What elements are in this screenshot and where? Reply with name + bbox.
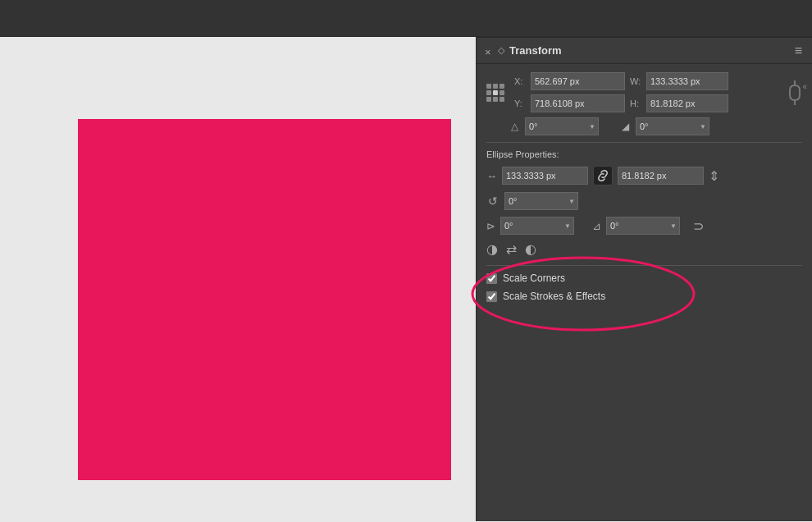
flip-horizontal-icon[interactable]: ◑ — [486, 241, 498, 257]
panel-content: X: W: Y: H: — [477, 64, 812, 322]
ellipse-width-input[interactable] — [502, 167, 588, 185]
anchor-dot-br[interactable] — [500, 97, 504, 102]
position-row: X: W: Y: H: — [486, 72, 802, 112]
x-input[interactable] — [531, 72, 625, 90]
ellipse-rotation-row: ↺ 0° ▼ — [486, 192, 802, 210]
divider-1 — [486, 142, 802, 143]
shear2-icon: ⊿ — [592, 220, 601, 232]
y-label: Y: — [514, 98, 526, 108]
angle1-select-wrapper: 0° ▼ — [525, 117, 599, 135]
titlebar-left: × ◇ Transform — [485, 44, 562, 57]
anchor-dot-bl[interactable] — [486, 97, 491, 102]
shear-row: ⊳ 0° ▼ ⊿ 0° ▼ ⊃ — [486, 217, 802, 235]
shear2-select[interactable]: 0° — [606, 217, 680, 235]
h-input[interactable] — [646, 94, 728, 112]
angle2-select[interactable]: 0° — [636, 117, 709, 135]
anchor-dot-mc[interactable] — [493, 90, 498, 95]
angle1-select[interactable]: 0° — [525, 117, 599, 135]
scale-strokes-label: Scale Strokes & Effects — [503, 291, 605, 302]
shear-angle-icon: ◢ — [622, 121, 629, 132]
panel-menu-button[interactable]: ≡ — [795, 44, 804, 58]
rotate-angle-icon: △ — [511, 121, 518, 132]
transform-panel: × ◇ Transform ≡ « X: — [476, 37, 812, 521]
scale-corners-checkbox[interactable] — [486, 273, 497, 284]
w-label: W: — [630, 76, 641, 86]
scale-corners-row: Scale Corners — [486, 272, 802, 284]
ellipse-height-input[interactable] — [618, 167, 704, 185]
scale-strokes-row: Scale Strokes & Effects — [486, 291, 802, 302]
scale-corners-label: Scale Corners — [503, 272, 565, 284]
anchor-grid[interactable] — [486, 84, 504, 102]
collapse-button[interactable]: « — [797, 79, 812, 94]
y-input[interactable] — [531, 94, 625, 112]
flip-vertical-icon[interactable]: ⇄ — [506, 241, 517, 257]
link-button[interactable] — [593, 166, 613, 185]
top-bar — [0, 0, 812, 37]
ellipse-rotation-select[interactable]: 0° — [504, 192, 578, 210]
ellipse-rotation-wrapper: 0° ▼ — [504, 192, 578, 210]
angle2-select-wrapper: 0° ▼ — [636, 117, 709, 135]
ellipse-rotate-icon: ↺ — [488, 195, 498, 208]
transform-icon: ◇ — [498, 45, 504, 56]
distribution-icon[interactable]: ◐ — [525, 241, 536, 257]
shear1-select[interactable]: 0° — [500, 217, 574, 235]
checkboxes-section: Scale Corners Scale Strokes & Effects — [486, 265, 802, 314]
link-icon — [597, 169, 609, 182]
w-input[interactable] — [646, 72, 728, 90]
shear1-wrapper: 0° ▼ — [500, 217, 574, 235]
anchor-dot-tr[interactable] — [500, 84, 504, 89]
anchor-dot-bc[interactable] — [493, 97, 498, 102]
pink-rectangle — [78, 119, 451, 480]
panel-title: Transform — [509, 44, 562, 57]
x-label: X: — [514, 76, 526, 86]
scale-strokes-checkbox[interactable] — [486, 291, 497, 302]
ellipse-section-label: Ellipse Properties: — [486, 149, 802, 159]
shear1-icon: ⊳ — [486, 220, 495, 232]
angle-row: △ 0° ▼ ◢ 0° ▼ — [486, 117, 802, 135]
close-button[interactable]: × — [485, 47, 493, 55]
anchor-dot-mr[interactable] — [500, 90, 504, 95]
resize-height-icon[interactable]: ⇕ — [709, 168, 719, 184]
anchor-dot-ml[interactable] — [486, 90, 491, 95]
icons-row: ◑ ⇄ ◐ — [486, 241, 802, 257]
ellipse-dimensions-row: ↔ ⇕ — [486, 166, 802, 185]
ellipse-width-icon: ↔ — [486, 170, 497, 182]
shear2-wrapper: 0° ▼ — [606, 217, 680, 235]
anchor-dot-tl[interactable] — [486, 84, 491, 89]
h-label: H: — [630, 98, 641, 108]
shear-end-icon: ⊃ — [693, 218, 704, 234]
anchor-dot-tc[interactable] — [493, 84, 498, 89]
panel-titlebar: × ◇ Transform ≡ — [477, 38, 812, 64]
